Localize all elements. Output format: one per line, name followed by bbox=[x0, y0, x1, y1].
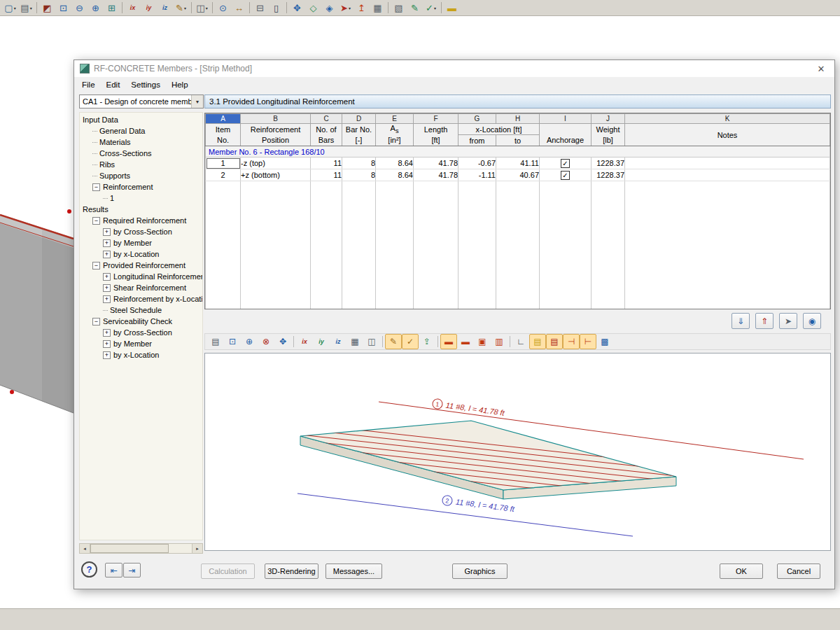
member-group-label[interactable]: Member No. 6 - Rectangle 168/10 bbox=[206, 146, 830, 158]
tree-item-by-x-location[interactable]: +by x-Location bbox=[80, 248, 202, 260]
column-letter-k[interactable]: K bbox=[625, 114, 830, 124]
view-front-icon[interactable]: ▬ bbox=[457, 334, 474, 349]
zoom-cancel-icon[interactable]: ⊗ bbox=[258, 334, 274, 349]
cell-bars[interactable]: 11 bbox=[311, 169, 342, 181]
design-case-selector[interactable]: CA1 - Design of concrete memb bbox=[79, 94, 204, 108]
dimension-icon[interactable]: ↔ bbox=[231, 1, 247, 15]
measure-icon[interactable]: ▬ bbox=[444, 1, 460, 15]
view-section-icon[interactable]: ▥ bbox=[491, 334, 507, 349]
scroll-left-icon[interactable]: ◂ bbox=[80, 544, 90, 553]
tree-item-by-cross-section[interactable]: +by Cross-Section bbox=[80, 327, 202, 338]
tree-item-provided-reinforcement[interactable]: −Provided Reinforcement bbox=[80, 260, 202, 271]
save-reinforcement-button[interactable]: ⇑ bbox=[755, 313, 774, 329]
tree-item-shear-reinforcement[interactable]: +Shear Reinforcement bbox=[80, 282, 202, 293]
ok-button[interactable]: OK bbox=[720, 564, 763, 579]
help-button[interactable]: ? bbox=[81, 561, 97, 578]
tree-item-longitudinal-reinforcement[interactable]: +Longitudinal Reinforcement bbox=[80, 271, 202, 282]
document-icon[interactable]: ▧ bbox=[391, 1, 407, 15]
expand-icon[interactable]: + bbox=[103, 239, 111, 247]
layer-red-icon[interactable]: ▤ bbox=[546, 334, 563, 349]
load-up-icon[interactable]: ↥ bbox=[354, 1, 370, 15]
tree-item-materials[interactable]: Materials bbox=[80, 136, 202, 148]
column-letter-b[interactable]: B bbox=[241, 114, 311, 124]
messages-button[interactable]: Messages... bbox=[326, 564, 382, 579]
tree-item-cross-sections[interactable]: Cross-Sections bbox=[80, 148, 202, 159]
cell-item-no[interactable]: 2 bbox=[206, 169, 241, 181]
tree-item-by-x-location[interactable]: +by x-Location bbox=[80, 349, 202, 360]
cell-to[interactable]: 41.11 bbox=[496, 158, 540, 169]
edit-results-icon[interactable]: ✎▾ bbox=[173, 1, 189, 15]
remote-view-icon[interactable]: ▯ bbox=[268, 1, 284, 15]
column-letter-h[interactable]: H bbox=[496, 114, 540, 124]
column-letter-e[interactable]: E bbox=[376, 114, 414, 124]
tree-item-results[interactable]: Results bbox=[80, 204, 202, 215]
zoom-out-icon[interactable]: ⊖ bbox=[71, 1, 88, 15]
result-table-icon[interactable]: ▦ bbox=[346, 334, 363, 349]
cell-from[interactable]: -1.11 bbox=[458, 169, 496, 181]
result-values-z-icon[interactable]: iz bbox=[330, 334, 346, 349]
bar-end-left-icon[interactable]: ⊣ bbox=[563, 334, 580, 349]
column-letter-d[interactable]: D bbox=[342, 114, 376, 124]
graphics-button[interactable]: Graphics bbox=[452, 564, 507, 579]
cell-item-no[interactable]: 1 bbox=[206, 158, 241, 169]
cell-position[interactable]: +z (bottom) bbox=[241, 169, 311, 181]
print-graphic-icon[interactable]: ▤ bbox=[207, 334, 224, 349]
cell-weight[interactable]: 1228.37 bbox=[592, 158, 625, 169]
apply-selection-button[interactable]: ➤ bbox=[779, 313, 797, 329]
tree-item-required-reinforcement[interactable]: −Required Reinforcement bbox=[80, 215, 202, 226]
bar-end-right-icon[interactable]: ⊢ bbox=[580, 334, 596, 349]
next-table-button[interactable]: ⇥ bbox=[123, 563, 141, 578]
tree-item-supports[interactable]: Supports bbox=[80, 170, 202, 181]
section-icon[interactable]: ⊟ bbox=[252, 1, 268, 15]
show-reinforcement-button[interactable]: ◉ bbox=[803, 313, 821, 329]
show-model-icon[interactable]: ◩ bbox=[39, 1, 55, 15]
view-top-icon[interactable]: ▬ bbox=[440, 334, 457, 349]
column-letter-f[interactable]: F bbox=[414, 114, 458, 124]
column-letter-a[interactable]: A bbox=[206, 114, 241, 124]
close-icon[interactable]: ✕ bbox=[813, 64, 829, 74]
zoom-window-icon[interactable]: ⊡ bbox=[55, 1, 71, 15]
protractor-icon[interactable]: ⊙ bbox=[215, 1, 231, 15]
cell-from[interactable]: -0.67 bbox=[458, 158, 496, 169]
cell-as[interactable]: 8.64 bbox=[376, 169, 414, 181]
previous-table-button[interactable]: ⇤ bbox=[105, 563, 122, 578]
cell-length[interactable]: 41.78 bbox=[414, 169, 458, 181]
axes-icon[interactable]: ∟ bbox=[512, 334, 529, 349]
zoom-in-icon[interactable]: ⊕ bbox=[241, 334, 258, 349]
export-graphic-icon[interactable]: ⇪ bbox=[419, 334, 435, 349]
edit-reinforcement-icon[interactable]: ✎ bbox=[385, 334, 402, 349]
annotate-icon[interactable]: ✎ bbox=[407, 1, 423, 15]
apply-check-icon[interactable]: ✓ bbox=[402, 334, 419, 349]
cell-as[interactable]: 8.64 bbox=[376, 158, 414, 169]
results-y-icon[interactable]: iy bbox=[141, 1, 157, 15]
results-x-icon[interactable]: ix bbox=[125, 1, 141, 15]
vector-icon[interactable]: ➤▾ bbox=[337, 1, 354, 15]
zoom-in-icon[interactable]: ⊕ bbox=[88, 1, 104, 15]
cell-weight[interactable]: 1228.37 bbox=[592, 169, 625, 181]
cell-bars[interactable]: 11 bbox=[311, 158, 342, 169]
result-values-x-icon[interactable]: ix bbox=[296, 334, 313, 349]
cell-bar-no[interactable]: 8 bbox=[342, 158, 376, 169]
collapse-icon[interactable]: − bbox=[92, 183, 100, 191]
menu-file[interactable]: File bbox=[76, 78, 101, 91]
collapse-icon[interactable]: − bbox=[92, 262, 100, 270]
cell-length[interactable]: 41.78 bbox=[414, 158, 458, 169]
collapse-icon[interactable]: − bbox=[92, 318, 100, 326]
print-icon[interactable]: ▤▾ bbox=[18, 1, 34, 15]
result-values-y-icon[interactable]: iy bbox=[313, 334, 330, 349]
anchorage-checkbox[interactable]: ✓ bbox=[561, 159, 570, 168]
tree-item-ribs[interactable]: Ribs bbox=[80, 159, 202, 170]
menu-help[interactable]: Help bbox=[166, 78, 194, 91]
column-letter-i[interactable]: I bbox=[540, 114, 592, 124]
menu-settings[interactable]: Settings bbox=[125, 78, 166, 91]
expand-icon[interactable]: + bbox=[103, 295, 111, 303]
view-3d-icon[interactable]: ◈ bbox=[321, 1, 337, 15]
column-letter-c[interactable]: C bbox=[311, 114, 342, 124]
view-side-icon[interactable]: ▣ bbox=[474, 334, 491, 349]
expand-icon[interactable]: + bbox=[103, 329, 111, 337]
expand-icon[interactable]: + bbox=[103, 340, 111, 348]
zoom-window-icon[interactable]: ⊡ bbox=[224, 334, 241, 349]
column-letter-j[interactable]: J bbox=[592, 114, 625, 124]
tree-item-by-member[interactable]: +by Member bbox=[80, 237, 202, 248]
tree-item-1[interactable]: 1 bbox=[80, 192, 202, 204]
